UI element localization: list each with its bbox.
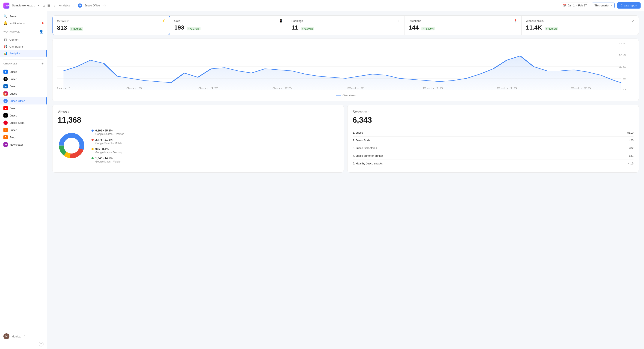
instagram-icon: ◎ [4, 91, 8, 96]
legend-item-3: 1,646 · 14.5% Google Maps - Mobile [92, 157, 124, 163]
svg-text:Jan 25: Jan 25 [272, 87, 292, 89]
svg-text:Jan 1: Jan 1 [57, 87, 72, 89]
svg-text:16: 16 [619, 66, 626, 68]
metric-bookings-change: ↑ +1,000% [301, 27, 314, 30]
legend-item-1: 2,475 · 21.8% Google Search - Mobile [92, 138, 124, 145]
channel-instagram-label: Jusco [10, 92, 44, 95]
sidebar-workspace-header: Workspace 👤 [0, 28, 47, 34]
metric-overview-top: Overview ⚡ [57, 19, 166, 23]
tiktok-icon: ♪ [4, 113, 8, 118]
chart-legend-label: Overviews [342, 94, 356, 97]
channel-youtube-label: Jusco [10, 107, 44, 110]
chart-legend: Overviews [57, 94, 634, 97]
legend-row-1: 2,475 · 21.8% [92, 138, 124, 141]
search-list: 1. Jusco 5510 2. Jusco Soda 420 3. Jusco… [353, 129, 634, 167]
metric-overview-value: 813 [57, 24, 67, 31]
sidebar-channel-blog1[interactable]: B Jusco [0, 126, 47, 134]
sidebar-channel-blog2[interactable]: B Blog [0, 134, 47, 141]
channel-x-label: Jusco [10, 77, 44, 81]
search-count-4: < 15 [628, 162, 634, 165]
legend-value-1: 2,475 · 21.8% [95, 138, 112, 141]
sidebar-item-notifications[interactable]: 🔔 Notifications [0, 20, 47, 26]
breadcrumb-analytics[interactable]: Analytics [59, 4, 70, 7]
workspace-add-icon[interactable]: 👤 [39, 29, 44, 34]
sidebar-channel-instagram[interactable]: ◎ Jusco [0, 90, 47, 97]
channels-add-icon[interactable]: + [42, 62, 44, 65]
legend-value-2: 955 · 8.4% [95, 147, 108, 151]
home-icon[interactable]: ⌂ [43, 4, 45, 7]
donut-section: 6,292 · 55.3% Google Search - Desktop 2,… [58, 129, 338, 163]
metric-overview[interactable]: Overview ⚡ 813 ↑ +1,406% [52, 15, 170, 35]
sidebar-channel-gmb[interactable]: G Jusco Office [0, 97, 47, 104]
create-report-button[interactable]: Create report [617, 2, 640, 8]
searches-info-icon[interactable]: ℹ [368, 110, 370, 114]
metric-website-change: ↑ +1,481% [544, 27, 558, 30]
workspace-name[interactable]: Sample workspa... [12, 4, 35, 7]
date-sep: - [576, 4, 577, 7]
views-info-icon[interactable]: ℹ [68, 110, 69, 114]
page-name: Jusco Office [84, 4, 100, 7]
metric-overview-icon: ⚡ [162, 19, 166, 23]
search-count-2: 282 [629, 146, 634, 150]
channel-pinterest-label: Jusco Soda [10, 121, 44, 124]
legend-row-0: 6,292 · 55.3% [92, 129, 124, 132]
svg-text:8: 8 [622, 77, 626, 80]
metric-directions[interactable]: Directions 📍 144 ↑ +1,500% [404, 16, 522, 35]
metric-calls-top: Calls 📱 [174, 19, 282, 22]
sidebar-item-campaigns[interactable]: 📢 Campaigns [0, 43, 47, 50]
metrics-row: Overview ⚡ 813 ↑ +1,406% Calls 📱 193 ↑ +… [52, 15, 639, 35]
pinterest-icon: P [4, 121, 8, 125]
chart-container: 32 24 16 8 0 Jan 1 Jan 9 Jan 17 [52, 38, 639, 101]
sidebar-channel-facebook[interactable]: f Jusco [0, 68, 47, 75]
sidebar-channel-x[interactable]: ✕ Jusco [0, 75, 47, 83]
sidebar-item-analytics[interactable]: 📊 Analytics [0, 50, 47, 57]
breadcrumb-sep: / [74, 4, 74, 7]
search-count-1: 420 [629, 139, 634, 142]
svg-text:Feb 26: Feb 26 [570, 87, 591, 89]
sidebar-analytics-label: Analytics [10, 52, 44, 55]
legend-line [336, 95, 341, 95]
metric-bookings-icon: ✓ [398, 19, 400, 22]
metric-website-top: Website clicks ↗ [526, 19, 634, 22]
star-icon[interactable]: ☆ [103, 4, 106, 7]
newsletter-icon: ✉ [4, 142, 8, 147]
metric-directions-label: Directions [409, 19, 421, 22]
sidebar-help: ? [0, 341, 47, 347]
sidebar-item-content[interactable]: ◧ Content [0, 36, 47, 43]
metric-bookings[interactable]: Bookings ✓ 11 ↑ +1,000% [287, 16, 404, 35]
legend-dot-0 [92, 130, 94, 132]
legend-item-0: 6,292 · 55.3% Google Search - Desktop [92, 129, 124, 136]
searches-title: Searches ℹ [353, 110, 634, 114]
sidebar-channel-tiktok[interactable]: ♪ Jusco [0, 112, 47, 119]
layout: 🔍 Search 🔔 Notifications Workspace 👤 ◧ C… [0, 11, 644, 349]
sidebar-channel-linkedin[interactable]: in Jusco [0, 83, 47, 90]
sidebar-channel-pinterest[interactable]: P Jusco Soda [0, 119, 47, 126]
sidebar-user[interactable]: M Monica ⌃ [0, 332, 47, 341]
overview-chart: 32 24 16 8 0 Jan 1 Jan 9 Jan 17 [57, 43, 634, 90]
sidebar-divider-1 [4, 59, 44, 59]
channel-tiktok-label: Jusco [10, 114, 44, 117]
metric-website-clicks[interactable]: Website clicks ↗ 11.4K ↑ +1,481% [522, 16, 639, 35]
legend-row-3: 1,646 · 14.5% [92, 157, 124, 160]
sidebar-toggle-icon[interactable]: ▣ [47, 3, 50, 7]
search-row-3: 4. Jusco summer drinks! 131 [353, 152, 634, 160]
sidebar-channel-newsletter[interactable]: ✉ Newsletter [0, 141, 47, 148]
x-icon: ✕ [4, 77, 8, 81]
sidebar-content-label: Content [10, 38, 44, 41]
metric-calls[interactable]: Calls 📱 193 ↑ +1,279% [170, 16, 287, 35]
metric-calls-icon: 📱 [279, 19, 282, 22]
metric-website-value: 11.4K [526, 24, 542, 31]
legend-dot-3 [92, 157, 94, 159]
search-count-0: 5510 [627, 131, 634, 134]
svg-text:0: 0 [622, 89, 626, 90]
date-range[interactable]: 📅 Jan 1 - Feb 27 [561, 2, 589, 8]
help-icon[interactable]: ? [39, 342, 44, 347]
quarter-selector[interactable]: This quarter ▾ [592, 2, 615, 8]
sidebar-channel-youtube[interactable]: ▶ Jusco [0, 104, 47, 112]
arrow-up-icon-2: ↑ [188, 27, 190, 30]
legend-dot-2 [92, 148, 94, 150]
legend-value-0: 6,292 · 55.3% [95, 129, 112, 132]
sidebar-item-search[interactable]: 🔍 Search [0, 13, 47, 20]
legend-row-2: 955 · 8.4% [92, 147, 124, 151]
workspace-chevron-icon: ▾ [38, 4, 39, 7]
